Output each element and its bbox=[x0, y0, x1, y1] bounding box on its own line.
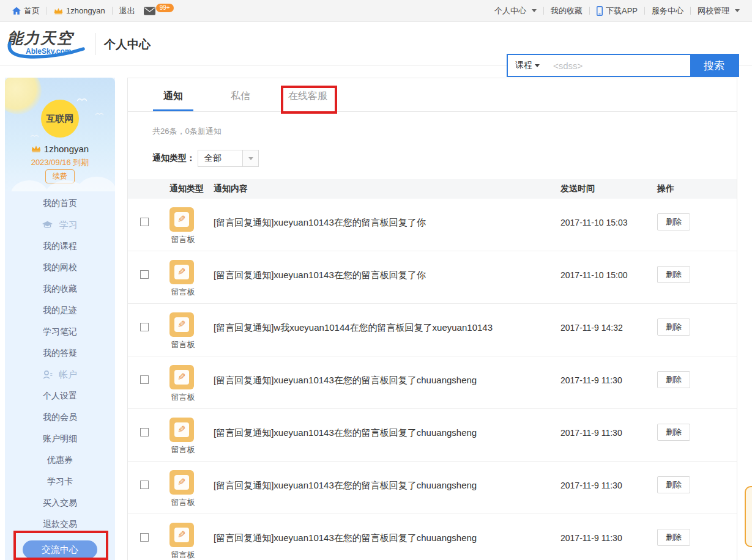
delete-button[interactable]: 删除 bbox=[657, 319, 690, 336]
row-checkbox[interactable] bbox=[140, 533, 149, 542]
sidebar-menu-item[interactable]: 学习笔记 bbox=[5, 321, 115, 342]
note-sheet-icon: ✎ bbox=[174, 370, 189, 385]
tab-bar: 通知 私信 在线客服 bbox=[128, 78, 737, 112]
renew-button[interactable]: 续费 bbox=[45, 169, 75, 183]
topbar-username-link[interactable]: 1zhongyan bbox=[54, 6, 105, 15]
sidebar-menu-item[interactable]: 我的网校 bbox=[5, 257, 115, 278]
page: 首页 1zhongyan 退出 99+ 个人中心 我的收藏 bbox=[0, 0, 752, 560]
sidebar-menu-item-label: 我的首页 bbox=[43, 198, 77, 208]
sidebar-menu-item[interactable]: 我的课程 bbox=[5, 235, 115, 257]
sidebar-menu-item[interactable]: 我的首页 bbox=[5, 193, 115, 214]
profile-name-row: 1zhongyan bbox=[5, 144, 115, 154]
sidebar-menu-item-label: 个人设置 bbox=[43, 391, 77, 400]
topbar-username: 1zhongyan bbox=[66, 6, 105, 15]
sidebar-menu-item-label: 学习卡 bbox=[47, 476, 73, 486]
row-checkbox[interactable] bbox=[140, 323, 149, 331]
mail-icon bbox=[144, 7, 155, 15]
personal-center-menu[interactable]: 个人中心 bbox=[494, 6, 537, 17]
row-checkbox[interactable] bbox=[140, 218, 149, 226]
note-sheet-icon: ✎ bbox=[174, 265, 189, 279]
notification-content: [留言回复通知]w我xueyuan10144在您的留言板回复了xueyuan10… bbox=[214, 322, 560, 356]
sidebar-menu-item[interactable]: 买入交易 bbox=[5, 492, 115, 514]
floating-side-widget[interactable] bbox=[745, 486, 752, 547]
divider bbox=[47, 7, 47, 15]
notification-time: 2017-11-9 11:30 bbox=[560, 375, 657, 408]
tab-notifications[interactable]: 通知 bbox=[153, 90, 193, 111]
notification-type-select[interactable]: 全部 bbox=[198, 150, 259, 167]
sidebar-menu-item-label: 我的网校 bbox=[43, 262, 77, 272]
page-title: 个人中心 bbox=[104, 37, 151, 53]
col-header-time: 发送时间 bbox=[560, 183, 657, 194]
table-row: ✎ 留言板 [留言回复通知]xueyuan10143在您的留言板回复了chuua… bbox=[128, 462, 737, 514]
search-category-select[interactable]: 课程 bbox=[508, 55, 547, 76]
notification-type-cell: ✎ 留言板 bbox=[169, 199, 196, 251]
logo[interactable]: 能力天空 AbleSky.com bbox=[7, 28, 88, 60]
sidebar-menu-item[interactable]: 帐户 bbox=[5, 364, 115, 385]
row-checkbox[interactable] bbox=[140, 375, 149, 384]
action-cell: 删除 bbox=[657, 371, 724, 408]
sidebar-menu-item[interactable]: 账户明细 bbox=[5, 428, 115, 449]
sidebar-menu-item-label: 我的收藏 bbox=[43, 284, 77, 293]
row-checkbox[interactable] bbox=[140, 428, 149, 437]
sidebar: 互联网 1zhongyan 2023/09/16 到期 续费 我的首页 学习 我… bbox=[5, 78, 115, 560]
sidebar-menu-item[interactable]: 退款交易 bbox=[5, 514, 115, 535]
table-row: ✎ 留言板 [留言回复通知]xueyuan10143在您的留言板回复了chuua… bbox=[128, 409, 737, 462]
table-row: ✎ 留言板 [留言回复通知]xueyuan10143在您的留言板回复了你 201… bbox=[128, 251, 737, 304]
search-button[interactable]: 搜索 bbox=[690, 55, 738, 76]
delete-button[interactable]: 删除 bbox=[657, 529, 690, 546]
sidebar-menu-item[interactable]: 我的收藏 bbox=[5, 278, 115, 300]
sidebar-menu-item[interactable]: 我的答疑 bbox=[5, 342, 115, 364]
delete-button[interactable]: 删除 bbox=[657, 371, 690, 388]
messages-link[interactable]: 99+ bbox=[144, 7, 174, 15]
delete-button[interactable]: 删除 bbox=[657, 424, 690, 441]
sidebar-menu-item-label: 账户明细 bbox=[43, 433, 77, 443]
bird-icon bbox=[31, 134, 39, 138]
sidebar-menu-item[interactable]: 我的会员 bbox=[5, 407, 115, 428]
col-header-action: 操作 bbox=[657, 183, 724, 194]
delete-button[interactable]: 删除 bbox=[657, 266, 690, 283]
my-favorites-link[interactable]: 我的收藏 bbox=[551, 6, 583, 17]
pen-icon: ✎ bbox=[177, 530, 185, 540]
search-input[interactable] bbox=[547, 55, 690, 76]
col-header-content: 通知内容 bbox=[214, 183, 560, 194]
divider bbox=[543, 7, 544, 15]
tab-online-service[interactable]: 在线客服 bbox=[288, 90, 328, 111]
notification-content: [留言回复通知]xueyuan10143在您的留言板回复了你 bbox=[214, 217, 560, 251]
download-app-link[interactable]: 下载APP bbox=[597, 6, 638, 17]
pen-icon: ✎ bbox=[177, 215, 185, 224]
sidebar-menu-item[interactable]: 学习卡 bbox=[5, 471, 115, 492]
divider bbox=[112, 7, 113, 15]
row-checkbox[interactable] bbox=[140, 481, 149, 489]
crown-icon bbox=[54, 7, 63, 15]
table-header: 通知类型 通知内容 发送时间 操作 bbox=[128, 179, 737, 199]
sidebar-menu-item[interactable]: 个人设置 bbox=[5, 385, 115, 407]
message-board-icon: ✎ bbox=[169, 365, 194, 389]
sidebar-menu-item[interactable]: 优惠券 bbox=[5, 449, 115, 471]
notifications-panel: 通知 私信 在线客服 共26条，0条新通知 通知类型： 全部 通知类型 通知内容… bbox=[127, 78, 737, 560]
sidebar-menu-item[interactable]: 我的足迹 bbox=[5, 300, 115, 321]
note-sheet-icon: ✎ bbox=[174, 422, 189, 437]
logout-link[interactable]: 退出 bbox=[119, 6, 135, 17]
school-admin-menu[interactable]: 网校管理 bbox=[698, 6, 740, 17]
home-link[interactable]: 首页 bbox=[12, 6, 40, 17]
message-board-icon: ✎ bbox=[169, 523, 194, 547]
sidebar-menu-item[interactable]: 学习 bbox=[5, 214, 115, 235]
notification-type-cell: ✎ 留言板 bbox=[169, 304, 196, 356]
table-body: ✎ 留言板 [留言回复通知]xueyuan10143在您的留言板回复了你 201… bbox=[128, 199, 737, 560]
topbar: 首页 1zhongyan 退出 99+ 个人中心 我的收藏 bbox=[0, 0, 752, 22]
row-checkbox[interactable] bbox=[140, 270, 149, 279]
communication-center-button[interactable]: 交流中心 bbox=[23, 540, 97, 559]
delete-button[interactable]: 删除 bbox=[657, 213, 690, 230]
notification-content: [留言回复通知]xueyuan10143在您的留言板回复了你 bbox=[214, 270, 560, 303]
tab-private-messages[interactable]: 私信 bbox=[220, 90, 261, 111]
service-center-link[interactable]: 服务中心 bbox=[652, 6, 683, 17]
membership-expiry: 2023/09/16 到期 bbox=[5, 157, 115, 168]
delete-button[interactable]: 删除 bbox=[657, 476, 690, 493]
pen-icon: ✎ bbox=[177, 372, 185, 382]
bird-icon bbox=[95, 112, 103, 116]
select-arrow[interactable] bbox=[242, 150, 258, 166]
table-row: ✎ 留言板 [留言回复通知]w我xueyuan10144在您的留言板回复了xue… bbox=[128, 304, 737, 356]
user-icon bbox=[43, 370, 53, 379]
profile-username: 1zhongyan bbox=[44, 144, 89, 154]
notification-type-cell: ✎ 留言板 bbox=[169, 251, 196, 303]
